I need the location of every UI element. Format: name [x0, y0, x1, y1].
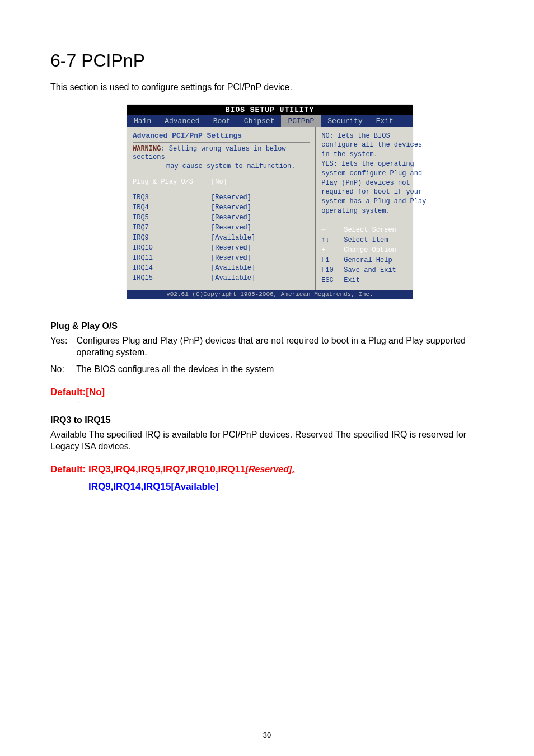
no-row: No: The BIOS configures all the devices …: [50, 363, 489, 375]
irq-row[interactable]: IRQ9[Available]: [133, 233, 310, 243]
irq-label: IRQ14: [133, 263, 211, 273]
irq-value: [Reserved]: [211, 192, 251, 203]
section-heading: 6-7 PCIPnP: [50, 50, 489, 71]
key-symbol: +-: [321, 245, 344, 255]
yes-row: Yes: Configures Plug and Play (PnP) devi…: [50, 335, 489, 359]
bios-setup-window: BIOS SETUP UTILITY Main Advanced Boot Ch…: [127, 105, 413, 299]
key-desc: Save and Exit: [344, 265, 396, 275]
bios-title-bar: BIOS SETUP UTILITY: [127, 105, 413, 115]
help-text-no: NO: lets the BIOS configure all the devi…: [321, 132, 430, 159]
key-desc: Select Screen: [344, 225, 396, 235]
irq-row[interactable]: IRQ7[Reserved]: [133, 223, 310, 233]
irq-label: IRQ10: [133, 243, 211, 253]
bios-panel-heading: Advanced PCI/PnP Settings: [133, 132, 310, 140]
tab-exit[interactable]: Exit: [369, 115, 400, 127]
plug-play-label: Plug & Play O/S: [133, 177, 211, 187]
irq-row[interactable]: IRQ14[Available]: [133, 263, 310, 273]
tab-security[interactable]: Security: [321, 115, 369, 127]
no-text: The BIOS configures all the devices in t…: [76, 364, 274, 374]
key-desc: Exit: [344, 275, 360, 285]
bios-footer: v02.61 (C)Copyright 1985-2006, American …: [127, 290, 413, 299]
warning-line2: may cause system to malfunction.: [133, 162, 310, 171]
page-number: 30: [0, 731, 534, 739]
plug-play-value: [No]: [211, 177, 227, 187]
key-desc: Select Item: [344, 235, 388, 245]
bios-tab-bar: Main Advanced Boot Chipset PCIPnP Securi…: [127, 115, 413, 127]
irq-defaults-line1: Default: IRQ3,IRQ4,IRQ5,IRQ7,IRQ10,IRQ11…: [50, 464, 489, 476]
irq-value: [Reserved]: [211, 223, 251, 233]
irq-row[interactable]: IRQ5[Reserved]: [133, 213, 310, 223]
key-symbol: F10: [321, 265, 344, 275]
key-symbol: F1: [321, 255, 344, 265]
bios-help-panel: NO: lets the BIOS configure all the devi…: [316, 127, 435, 290]
divider: [133, 142, 310, 143]
tab-advanced[interactable]: Advanced: [158, 115, 206, 127]
plug-play-row[interactable]: Plug & Play O/S [No]: [133, 177, 310, 187]
intro-text: This section is used to configure settin…: [50, 81, 489, 93]
default-reserved-irqs: Default: IRQ3,IRQ4,IRQ5,IRQ7,IRQ10,IRQ11: [50, 464, 246, 475]
plug-play-heading: Plug & Play O/S: [50, 321, 489, 331]
irq-value: [Reserved]: [211, 213, 251, 223]
irq-value: [Available]: [211, 263, 255, 273]
yes-text: Configures Plug and Play (PnP) devices t…: [76, 335, 481, 359]
irq-label: IRQ11: [133, 253, 211, 263]
irq-value: [Reserved]: [211, 243, 251, 253]
help-text-yes: YES: lets the operating system configure…: [321, 159, 430, 216]
yes-label: Yes:: [50, 335, 74, 347]
warning-line1: WARNING: Setting wrong values in below s…: [133, 145, 310, 162]
irq-label: IRQ15: [133, 273, 211, 283]
irq-row[interactable]: IRQ15[Available]: [133, 273, 310, 283]
dot: .: [50, 398, 489, 404]
bios-body: Advanced PCI/PnP Settings WARNING: Setti…: [127, 127, 413, 290]
key-desc: General Help: [344, 255, 392, 265]
tab-boot[interactable]: Boot: [207, 115, 237, 127]
no-label: No:: [50, 363, 74, 375]
tab-pcipnp[interactable]: PCIPnP: [281, 115, 321, 127]
document-page: 6-7 PCIPnP This section is used to confi…: [0, 0, 534, 756]
reserved-suffix: [Reserved]。: [246, 464, 301, 474]
irq-row[interactable]: IRQ11[Reserved]: [133, 253, 310, 263]
irq-value: [Reserved]: [211, 253, 251, 263]
key-legend: ←Select Screen ↑↓Select Item +-Change Op…: [321, 225, 430, 285]
key-symbol: ESC: [321, 275, 344, 285]
key-desc: Change Option: [344, 245, 396, 255]
irq-row[interactable]: IRQ4[Reserved]: [133, 203, 310, 213]
irq-label: IRQ4: [133, 203, 211, 213]
irq-value: [Available]: [211, 273, 255, 283]
irq-label: IRQ7: [133, 223, 211, 233]
irq-row[interactable]: IRQ3[Reserved]: [133, 192, 310, 203]
tab-main[interactable]: Main: [127, 115, 158, 127]
irq-row[interactable]: IRQ10[Reserved]: [133, 243, 310, 253]
warning-prefix: WARNING: [133, 145, 161, 153]
irq-heading: IRQ3 to IRQ15: [50, 415, 489, 425]
irq-label: IRQ5: [133, 213, 211, 223]
tab-chipset[interactable]: Chipset: [237, 115, 282, 127]
irq-value: [Available]: [211, 233, 255, 243]
key-symbol: ↑↓: [321, 235, 344, 245]
divider: [133, 173, 310, 173]
irq-label: IRQ3: [133, 192, 211, 203]
default-available-irqs: IRQ9,IRQ14,IRQ15[Available]: [50, 481, 489, 492]
default-no: Default:[No]: [50, 387, 489, 398]
irq-desc: Available The specified IRQ is available…: [50, 429, 489, 453]
irq-label: IRQ9: [133, 233, 211, 243]
bios-left-panel: Advanced PCI/PnP Settings WARNING: Setti…: [127, 127, 316, 290]
irq-value: [Reserved]: [211, 203, 251, 213]
key-symbol: ←: [321, 225, 344, 235]
